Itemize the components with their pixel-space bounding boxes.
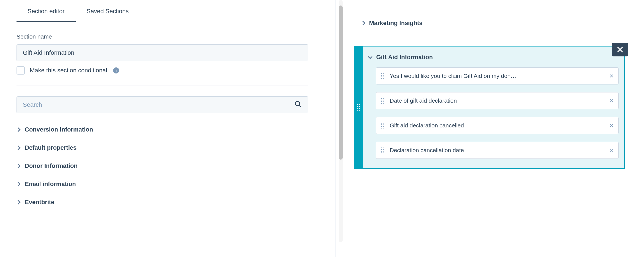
drag-icon	[381, 73, 384, 79]
search-icon	[294, 101, 302, 109]
svg-point-0	[295, 102, 299, 106]
category-default-properties[interactable]: Default properties	[17, 139, 319, 157]
section-name-label: Section name	[17, 33, 319, 40]
preview-section-title: Marketing Insights	[369, 20, 422, 27]
preview-section-gift-aid[interactable]: Gift Aid Information Yes I would like yo…	[354, 46, 625, 169]
section-drag-handle[interactable]	[354, 47, 363, 168]
drag-icon	[381, 147, 384, 153]
property-item[interactable]: Declaration cancellation date	[376, 142, 619, 159]
chevron-right-icon	[361, 21, 365, 26]
category-email-information[interactable]: Email information	[17, 175, 319, 193]
property-item[interactable]: Yes I would like you to claim Gift Aid o…	[376, 67, 619, 84]
preview-section-header[interactable]: Marketing Insights	[354, 20, 625, 27]
drag-icon	[357, 104, 360, 111]
category-eventbrite[interactable]: Eventbrite	[17, 193, 319, 211]
remove-property-button[interactable]	[609, 148, 614, 153]
drag-icon	[381, 98, 384, 104]
chevron-right-icon	[16, 164, 21, 168]
property-drag-handle[interactable]	[380, 98, 385, 104]
chevron-right-icon	[16, 127, 21, 132]
section-preview-panel: Marketing Insights Gift Aid Information	[345, 0, 644, 257]
remove-property-button[interactable]	[609, 73, 614, 78]
category-label: Email information	[25, 181, 76, 188]
preview-section-marketing-insights: Marketing Insights	[354, 11, 625, 35]
conditional-checkbox-row: Make this section conditional i	[17, 66, 319, 75]
category-donor-information[interactable]: Donor Information	[17, 157, 319, 175]
tab-bar: Section editor Saved Sections	[17, 0, 319, 22]
conditional-checkbox[interactable]	[17, 66, 25, 75]
svg-line-1	[299, 105, 301, 107]
property-label: Declaration cancellation date	[390, 147, 609, 154]
category-conversion-information[interactable]: Conversion information	[17, 121, 319, 139]
property-drag-handle[interactable]	[380, 123, 385, 128]
preview-section-title: Gift Aid Information	[376, 54, 433, 61]
chevron-right-icon	[16, 182, 21, 187]
property-category-list: Conversion information Default propertie…	[17, 121, 319, 211]
tab-section-editor[interactable]: Section editor	[28, 8, 65, 22]
conditional-checkbox-label: Make this section conditional	[30, 67, 107, 74]
category-label: Default properties	[25, 144, 77, 151]
tab-saved-sections[interactable]: Saved Sections	[87, 8, 129, 22]
info-icon[interactable]: i	[113, 67, 119, 73]
property-drag-handle[interactable]	[380, 147, 385, 153]
section-name-group: Section name	[17, 33, 319, 61]
chevron-right-icon	[16, 200, 21, 205]
property-label: Date of gift aid declaration	[390, 97, 609, 104]
category-label: Eventbrite	[25, 199, 54, 206]
preview-section-header[interactable]: Gift Aid Information	[369, 54, 619, 61]
close-section-button[interactable]	[612, 43, 628, 56]
scroll-thumb[interactable]	[339, 6, 343, 160]
search-input[interactable]	[17, 96, 308, 113]
property-drag-handle[interactable]	[380, 73, 385, 79]
category-label: Donor Information	[25, 162, 78, 169]
remove-property-button[interactable]	[609, 98, 614, 103]
chevron-right-icon	[16, 146, 21, 150]
section-editor-panel: Section editor Saved Sections Section na…	[0, 0, 336, 257]
property-list: Yes I would like you to claim Gift Aid o…	[369, 67, 619, 159]
chevron-down-icon	[368, 54, 373, 59]
remove-property-button[interactable]	[609, 123, 614, 128]
drag-icon	[381, 123, 384, 128]
property-label: Gift aid declaration cancelled	[390, 122, 609, 129]
section-name-input[interactable]	[17, 44, 308, 61]
divider	[17, 86, 308, 86]
category-label: Conversion information	[25, 126, 93, 133]
property-item[interactable]: Gift aid declaration cancelled	[376, 117, 619, 134]
property-label: Yes I would like you to claim Gift Aid o…	[390, 73, 609, 79]
vertical-scrollbar[interactable]	[339, 0, 343, 242]
search-wrap	[17, 96, 308, 113]
property-item[interactable]: Date of gift aid declaration	[376, 92, 619, 109]
